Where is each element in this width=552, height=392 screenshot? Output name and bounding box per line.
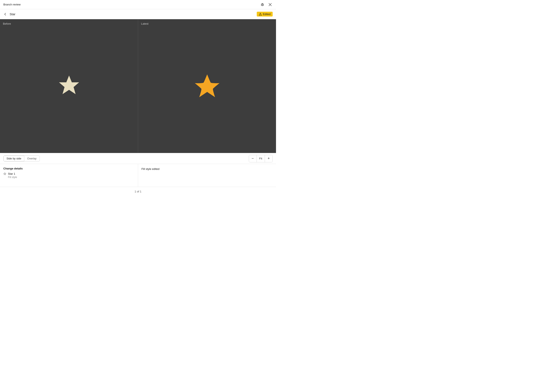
zoom-fit-button[interactable]: Fit	[256, 155, 265, 162]
nav-bar: Star Edited	[0, 9, 276, 19]
change-sub-label: Fill style	[3, 176, 135, 179]
edited-badge: Edited	[257, 12, 273, 16]
zoom-out-button[interactable]: −	[249, 155, 256, 162]
svg-line-4	[261, 4, 261, 4]
footer: 1 of 1	[0, 187, 276, 196]
svg-marker-13	[4, 173, 6, 175]
zoom-in-button[interactable]: +	[265, 155, 272, 162]
section-title: Change details	[3, 167, 135, 170]
latest-label: Latest	[141, 22, 148, 25]
close-icon	[269, 3, 272, 6]
page-indicator: 1 of 1	[135, 190, 141, 193]
change-item: Star 1	[3, 172, 135, 175]
latest-star	[193, 71, 222, 101]
latest-star-shape	[193, 71, 222, 101]
change-details-left: Change details Star 1 Fill style	[0, 164, 138, 187]
side-by-side-button[interactable]: Side by side	[4, 156, 24, 161]
latest-pane: Latest	[138, 19, 276, 153]
svg-marker-12	[59, 76, 79, 94]
warning-triangle-icon	[259, 13, 262, 16]
overlay-button[interactable]: Overlay	[24, 156, 40, 161]
close-button[interactable]	[268, 2, 273, 7]
bug-button[interactable]	[260, 2, 265, 7]
bug-icon	[261, 3, 264, 7]
bottom-toolbar: Side by side Overlay − Fit +	[0, 153, 276, 164]
comparison-area: Before Latest	[0, 19, 276, 153]
star-outline-icon	[3, 172, 6, 175]
view-toggle: Side by side Overlay	[3, 155, 40, 161]
change-details-right: Fill style edited	[138, 164, 276, 187]
edited-label: Edited	[263, 13, 270, 16]
svg-line-7	[263, 5, 264, 6]
component-name: Star	[10, 12, 15, 16]
svg-line-5	[263, 4, 264, 4]
change-details-area: Change details Star 1 Fill style Fill st…	[0, 164, 276, 187]
before-pane: Before	[0, 19, 138, 153]
title-icons	[260, 2, 273, 7]
back-button[interactable]	[3, 12, 7, 16]
svg-line-6	[261, 5, 261, 6]
fill-style-edited-label: Fill style edited	[141, 167, 160, 170]
title-bar: Branch review	[0, 0, 276, 9]
before-star	[57, 74, 82, 99]
back-icon	[3, 12, 7, 16]
change-item-label: Star 1	[8, 172, 15, 175]
app-title: Branch review	[3, 3, 21, 6]
before-label: Before	[3, 22, 11, 25]
nav-left: Star	[3, 12, 15, 16]
title-bar-left: Branch review	[3, 3, 21, 6]
zoom-controls: − Fit +	[249, 155, 273, 162]
before-star-shape	[57, 74, 82, 99]
